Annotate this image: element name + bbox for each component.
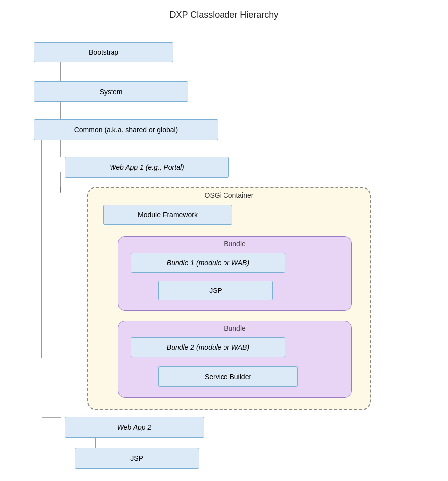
bundle2-header-label: Bundle bbox=[118, 324, 351, 332]
jsp1-label: JSP bbox=[209, 287, 222, 294]
webapp1-node: Web App 1 (e.g., Portal) bbox=[65, 157, 229, 178]
system-label: System bbox=[100, 88, 123, 96]
jsp2-label: JSP bbox=[130, 454, 143, 462]
bundle2-node: Bundle 2 (module or WAB) bbox=[131, 337, 285, 357]
system-node: System bbox=[34, 81, 188, 102]
bootstrap-node: Bootstrap bbox=[34, 42, 173, 62]
bundle1-node: Bundle 1 (module or WAB) bbox=[131, 253, 285, 273]
bundle-region-1: Bundle Bundle 1 (module or WAB) JSP bbox=[118, 236, 352, 311]
bootstrap-label: Bootstrap bbox=[89, 48, 118, 56]
bundle2-label: Bundle 2 (module or WAB) bbox=[167, 343, 249, 351]
service-builder-node: Service Builder bbox=[158, 366, 298, 387]
module-framework-label: Module Framework bbox=[138, 211, 198, 219]
diagram-container: DXP Classloader Hierarchy Bootstrap Sy bbox=[10, 10, 438, 473]
service-builder-label: Service Builder bbox=[205, 373, 251, 381]
jsp1-node: JSP bbox=[158, 281, 273, 300]
bundle-region-2: Bundle Bundle 2 (module or WAB) Service … bbox=[118, 321, 352, 398]
common-node: Common (a.k.a. shared or global) bbox=[34, 119, 218, 140]
osgi-container-label: OSGi Container bbox=[88, 192, 370, 199]
page-title: DXP Classloader Hierarchy bbox=[10, 10, 438, 20]
bundle1-header-label: Bundle bbox=[118, 240, 351, 248]
bundle1-label: Bundle 1 (module or WAB) bbox=[167, 259, 249, 267]
jsp2-node: JSP bbox=[75, 448, 199, 469]
osgi-container-region: OSGi Container Module Framework Bundle B… bbox=[87, 187, 371, 410]
common-label: Common (a.k.a. shared or global) bbox=[74, 126, 178, 134]
module-framework-node: Module Framework bbox=[103, 205, 232, 225]
webapp2-node: Web App 2 bbox=[65, 417, 204, 438]
webapp1-label: Web App 1 (e.g., Portal) bbox=[110, 163, 184, 171]
webapp2-label: Web App 2 bbox=[117, 423, 152, 431]
